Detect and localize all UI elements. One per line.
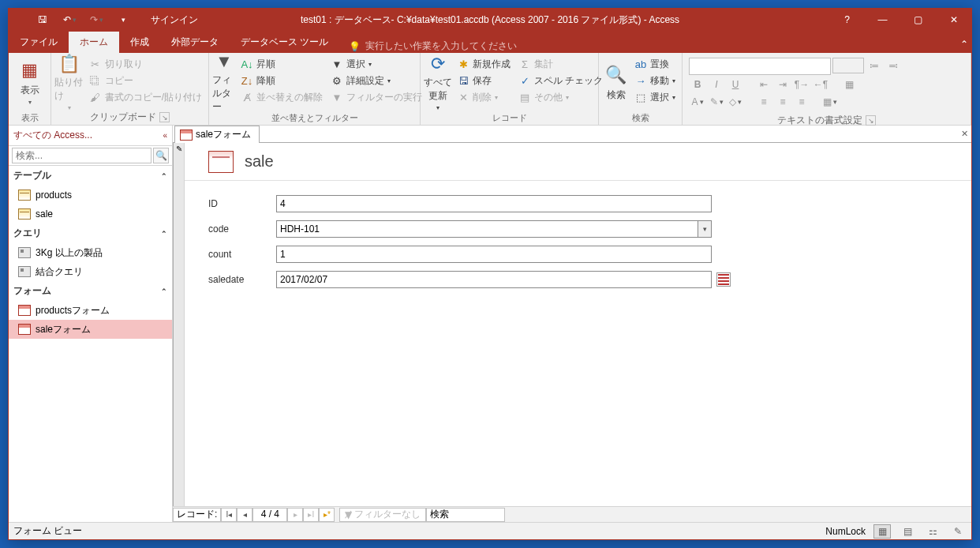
copy-button[interactable]: ⿻コピー [86, 73, 205, 88]
help-button[interactable]: ? [829, 9, 865, 31]
filter-off-icon: ▼̸ [345, 509, 352, 520]
tab-file[interactable]: ファイル [9, 32, 69, 53]
bullets-icon[interactable]: ≔ [866, 58, 883, 73]
align-right-icon[interactable]: ≡ [793, 94, 810, 110]
align-center-icon[interactable]: ≡ [774, 94, 791, 110]
replace-button[interactable]: ab置換 [631, 56, 679, 72]
textfmt-launcher-icon[interactable]: ↘ [866, 115, 876, 126]
delete-record-button[interactable]: ✕削除 ▾ [454, 89, 514, 105]
save-icon[interactable]: 🖫 [31, 9, 54, 30]
indent-decrease-icon[interactable]: ⇤ [755, 77, 772, 92]
design-view-button[interactable]: ✎ [949, 524, 967, 539]
nav-item-query-3kg[interactable]: 3Kg 以上の製品 [9, 243, 172, 262]
goto-button[interactable]: →移動 ▾ [631, 73, 679, 88]
nav-header[interactable]: すべての Access... « [9, 126, 172, 146]
indent-increase-icon[interactable]: ⇥ [774, 77, 791, 92]
nav-item-sale-form[interactable]: saleフォーム [9, 320, 172, 339]
nav-search-input[interactable] [12, 148, 151, 163]
tab-database-tools[interactable]: データベース ツール [230, 32, 339, 53]
redo-button[interactable]: ↷ [84, 9, 108, 30]
sort-asc-button[interactable]: A↓昇順 [238, 56, 326, 72]
code-dropdown-button[interactable]: ▾ [698, 220, 712, 238]
doc-close-icon[interactable]: ✕ [961, 129, 968, 139]
form-view-button[interactable]: ▦ [873, 524, 891, 539]
nav-search-icon[interactable]: 🔍 [153, 148, 169, 163]
underline-icon[interactable]: U [727, 77, 744, 92]
format-painter-button[interactable]: 🖌書式のコピー/貼り付け [86, 89, 205, 105]
chevron-up-icon: ⌃ [161, 172, 167, 180]
nav-item-products[interactable]: products [9, 186, 172, 205]
close-button[interactable]: ✕ [936, 9, 971, 31]
recnav-search-input[interactable] [426, 508, 505, 522]
tab-home[interactable]: ホーム [69, 32, 119, 53]
spelling-button[interactable]: ✓スペル チェック [515, 73, 606, 88]
fill-color-icon[interactable]: ◇ [727, 94, 744, 110]
nav-item-query-join[interactable]: 結合クエリ [9, 262, 172, 281]
nav-item-sale[interactable]: sale [9, 205, 172, 223]
tab-external-data[interactable]: 外部データ [160, 32, 230, 53]
recnav-last-button[interactable]: ▸I [303, 508, 319, 522]
toggle-filter-button[interactable]: ▼フィルターの実行 [327, 89, 425, 105]
select-button[interactable]: ⬚選択 ▾ [631, 89, 679, 105]
new-record-button[interactable]: ✱新規作成 [454, 56, 514, 72]
more-button[interactable]: ▤その他 ▾ [515, 89, 606, 105]
recnav-first-button[interactable]: I◂ [221, 508, 237, 522]
font-size-combo[interactable] [832, 58, 864, 73]
status-numlock: NumLock [825, 526, 866, 537]
record-selector[interactable]: ✎ [174, 143, 185, 506]
nav-group-queries[interactable]: クエリ⌃ [9, 223, 172, 243]
layout-view-button[interactable]: ⚏ [924, 524, 941, 539]
nav-group-tables[interactable]: テーブル⌃ [9, 166, 172, 186]
find-button[interactable]: 🔍 検索 [602, 56, 630, 108]
cut-button[interactable]: ✂切り取り [86, 56, 205, 72]
recnav-filter-toggle[interactable]: ▼̸フィルターなし [339, 508, 426, 522]
align-left-icon[interactable]: ≡ [755, 94, 772, 110]
totals-button[interactable]: Σ集計 [515, 56, 606, 72]
rtl-icon[interactable]: ←¶ [812, 77, 829, 92]
clipboard-launcher-icon[interactable]: ↘ [159, 112, 170, 122]
paste-button[interactable]: 📋 貼り付け ▾ [54, 56, 84, 108]
replace-icon: ab [634, 58, 647, 70]
highlight-icon[interactable]: ✎ [708, 94, 725, 110]
refresh-button[interactable]: ⟳ すべて 更新 ▾ [424, 56, 452, 108]
field-count[interactable] [276, 246, 712, 263]
gridlines-icon[interactable]: ▦ [840, 77, 858, 92]
refresh-icon: ⟳ [426, 54, 450, 74]
chevron-up-icon: ⌃ [161, 230, 167, 238]
advanced-button[interactable]: ⚙詳細設定 ▾ [327, 73, 425, 88]
font-name-combo[interactable] [689, 58, 831, 75]
selection-button[interactable]: ▼選択 ▾ [327, 56, 425, 72]
recnav-position[interactable]: 4 / 4 [252, 508, 287, 522]
nav-collapse-icon[interactable]: « [163, 131, 167, 140]
font-color-icon[interactable]: A [689, 94, 706, 110]
ltr-icon[interactable]: ¶→ [793, 77, 810, 92]
nav-group-forms[interactable]: フォーム⌃ [9, 281, 172, 301]
field-saledate[interactable] [276, 271, 712, 288]
recnav-next-button[interactable]: ▸ [287, 508, 303, 522]
date-picker-icon[interactable] [716, 272, 731, 287]
doc-tab-saleform[interactable]: saleフォーム [174, 126, 260, 143]
tell-me[interactable]: 💡 実行したい作業を入力してください [339, 39, 526, 53]
collapse-ribbon-icon[interactable]: ⌃ [960, 39, 968, 50]
recnav-prev-button[interactable]: ◂ [237, 508, 252, 522]
sort-desc-button[interactable]: Z↓降順 [238, 73, 326, 88]
nav-item-products-form[interactable]: productsフォーム [9, 301, 172, 320]
view-button[interactable]: ▦ 表示 ▾ [12, 56, 47, 108]
bold-icon[interactable]: B [689, 77, 706, 92]
alt-row-color-icon[interactable]: ▦ [821, 94, 839, 110]
numbering-icon[interactable]: ≕ [885, 58, 902, 73]
filter-button[interactable]: ▼ フィルター [212, 56, 236, 108]
field-id[interactable] [276, 195, 712, 212]
italic-icon[interactable]: I [708, 77, 725, 92]
field-code[interactable] [276, 220, 698, 238]
tab-create[interactable]: 作成 [119, 32, 160, 53]
signin-link[interactable]: サインイン [141, 13, 208, 27]
datasheet-view-button[interactable]: ▤ [899, 524, 916, 539]
recnav-new-button[interactable]: ▸* [319, 508, 335, 522]
minimize-button[interactable]: — [865, 9, 900, 31]
undo-button[interactable]: ↶ [58, 9, 81, 30]
save-record-button[interactable]: 🖫保存 [454, 73, 514, 88]
qat-customize-icon[interactable]: ▾ [111, 9, 135, 30]
clear-sort-button[interactable]: A̸並べ替えの解除 [238, 89, 326, 105]
maximize-button[interactable]: ▢ [900, 9, 936, 31]
